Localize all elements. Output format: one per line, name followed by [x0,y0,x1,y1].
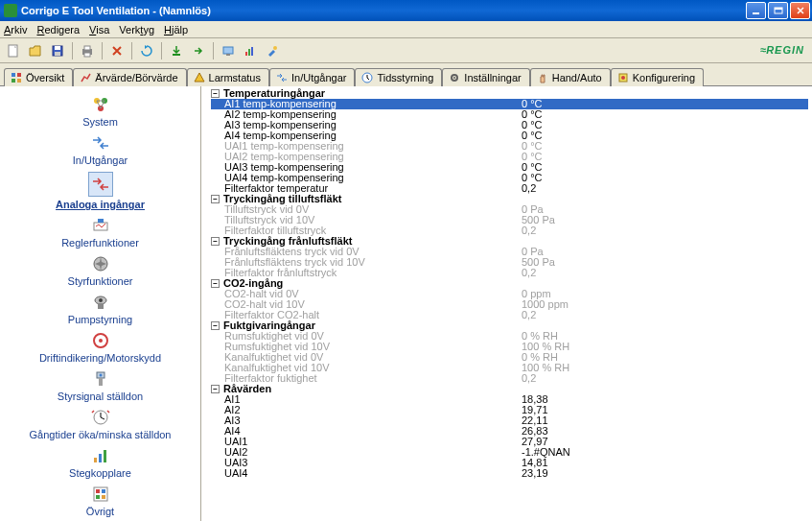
svg-rect-13 [245,52,247,56]
new-button[interactable] [4,41,23,60]
row-label: AI4 [224,426,522,437]
collapse-icon[interactable]: − [211,237,220,246]
data-row[interactable]: UAI2-1.#QNAN [211,447,808,458]
data-row[interactable]: Filterfaktor fuktighet0,2 [211,373,808,384]
svg-point-23 [453,77,455,79]
download-button[interactable] [167,41,186,60]
monitor-button[interactable] [219,41,238,60]
nav-item-4[interactable]: Styrfunktioner [0,251,200,290]
data-row[interactable]: AI118,38 [211,394,808,405]
svg-rect-2 [775,8,782,10]
minimize-button[interactable] [746,2,766,19]
nav-label: Pumpstyrning [68,314,132,325]
tab-larmstatus[interactable]: Larmstatus [187,68,269,86]
row-label: AI1 [224,394,522,405]
nav-item-3[interactable]: Reglerfunktioner [0,213,200,251]
nav-label: Analoga ingångar [56,199,145,210]
nav-item-8[interactable]: Gångtider öka/minska ställdon [0,405,200,443]
svg-rect-30 [98,219,104,223]
svg-rect-5 [55,46,60,50]
svg-rect-43 [104,450,106,462]
tab-konfigurering[interactable]: Konfigurering [611,68,704,86]
nav-icon [91,446,110,465]
tab-arvarde[interactable]: Ärvärde/Börvärde [73,68,186,86]
tool-button[interactable] [263,41,282,60]
svg-rect-0 [753,12,759,14]
nav-item-5[interactable]: Pumpstyrning [0,290,200,328]
collapse-icon[interactable]: − [211,321,220,330]
refresh-button[interactable] [137,41,156,60]
tab-tidsstyrning[interactable]: Tidsstyrning [355,68,442,86]
data-row[interactable]: Filterfaktor frånluftstryck0,2 [211,268,808,278]
chart-button[interactable] [241,41,260,60]
alarm-icon [194,72,205,83]
nav-item-10[interactable]: Övrigt [0,482,200,520]
menu-arkiv[interactable]: Arkiv [4,24,27,36]
open-button[interactable] [26,41,45,60]
collapse-icon[interactable]: − [211,279,220,288]
tab-handauto[interactable]: Hand/Auto [530,68,611,86]
titlebar: Corrigo E Tool Ventilation - (Namnlös) [0,0,812,21]
menu-hjalp[interactable]: Hjälp [164,24,188,36]
svg-rect-15 [251,47,253,56]
svg-rect-19 [12,79,15,83]
row-value: 0,2 [522,268,536,278]
nav-label: Styrsignal ställdon [58,391,143,402]
config-icon [617,72,629,83]
nav-item-2[interactable]: Analoga ingångar [0,169,200,213]
content-tree: −TemperaturingångarAI1 temp-kompensering… [201,86,812,521]
nav-item-9[interactable]: Stegkopplare [0,443,200,482]
nav-label: Styrfunktioner [68,275,133,287]
nav-icon [91,408,110,427]
collapse-icon[interactable]: − [211,385,220,393]
main-area: SystemIn/UtgångarAnaloga ingångarReglerf… [0,86,812,521]
data-row[interactable]: UAI314,81 [211,458,808,468]
upload-button[interactable] [189,41,208,60]
nav-icon [91,293,110,312]
data-row[interactable]: AI322,11 [211,415,808,426]
group-header[interactable]: −CO2-ingång [211,278,808,289]
nav-label: Driftindikering/Motorskydd [39,352,161,364]
nav-icon [91,254,110,273]
tab-oversikt[interactable]: Översikt [4,68,73,86]
io-icon [276,72,288,83]
app-icon [4,4,17,17]
svg-rect-20 [17,79,21,83]
svg-rect-41 [94,458,97,462]
values-icon [80,72,91,83]
save-button[interactable] [48,41,67,60]
maximize-button[interactable] [768,2,788,19]
svg-rect-48 [102,495,105,499]
svg-rect-46 [102,489,105,493]
nav-item-1[interactable]: In/Utgångar [0,130,200,169]
delete-button[interactable] [107,41,127,60]
tabbar: Översikt Ärvärde/Börvärde Larmstatus In/… [0,63,812,86]
svg-point-39 [99,374,102,377]
nav-item-7[interactable]: Styrsignal ställdon [0,367,200,405]
svg-rect-45 [96,489,100,493]
svg-rect-33 [98,303,104,309]
print-button[interactable] [78,41,97,60]
tab-inutgangar[interactable]: In/Utgångar [269,68,355,86]
svg-rect-17 [12,73,15,77]
group-header[interactable]: −Råvärden [211,384,808,394]
data-row[interactable]: AI219,71 [211,405,808,415]
menu-visa[interactable]: Visa [89,24,109,36]
data-row[interactable]: UAI423,19 [211,468,808,479]
svg-rect-6 [55,52,60,56]
menu-redigera[interactable]: Redigera [36,24,80,36]
collapse-icon[interactable]: − [211,89,220,98]
nav-item-6[interactable]: Driftindikering/Motorskydd [0,328,200,367]
collapse-icon[interactable]: − [211,195,220,203]
svg-point-36 [99,339,103,343]
tab-installningar[interactable]: Inställningar [442,68,529,86]
data-row[interactable]: AI426,83 [211,426,808,437]
nav-item-0[interactable]: System [0,92,200,130]
close-button[interactable] [790,2,810,19]
data-row[interactable]: UAI127,97 [211,437,808,447]
nav-label: Reglerfunktioner [61,237,139,249]
menu-verktyg[interactable]: Verktyg [119,24,154,36]
svg-rect-10 [173,54,180,56]
settings-icon [449,72,460,83]
nav-icon [91,95,110,114]
